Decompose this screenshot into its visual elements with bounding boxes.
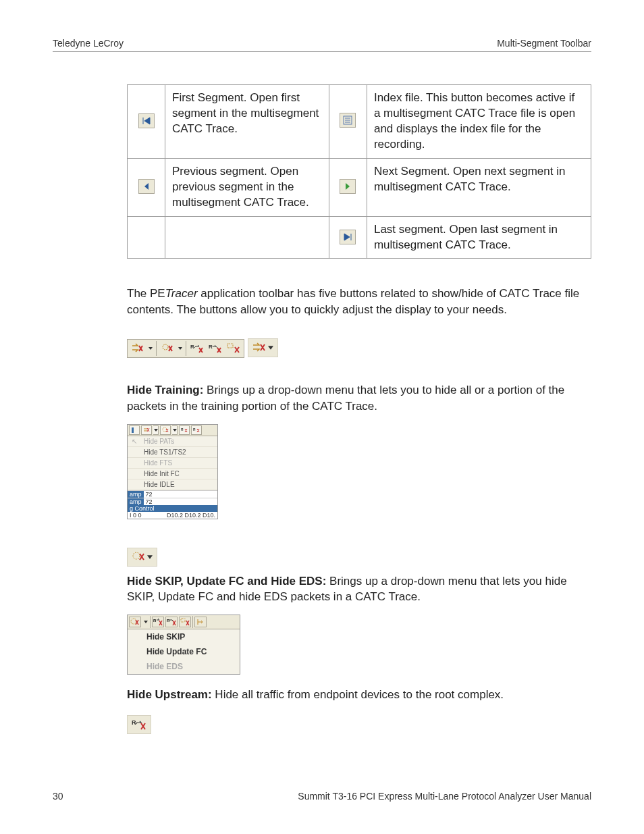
svg-rect-8 xyxy=(132,427,134,433)
intro-paragraph: The PETracer application toolbar has fiv… xyxy=(127,286,591,318)
menu-item[interactable]: Hide TS1/TS2 xyxy=(128,447,217,458)
svg-text:R: R xyxy=(181,427,184,432)
header-right: Multi-Segment Toolbar xyxy=(497,38,591,49)
hide-skip-menu-screenshot: R R Hide SKIP Hide Update FC Hide EDS xyxy=(127,615,240,675)
last-segment-desc: Last segment. Open last segment in multi… xyxy=(367,216,591,259)
last-segment-icon xyxy=(340,230,356,244)
segment-buttons-table: First Segment. Open first segment in the… xyxy=(127,84,591,259)
menu-item[interactable]: ↖Hide PATs xyxy=(128,436,217,447)
previous-segment-icon xyxy=(138,179,155,194)
hide-training-paragraph: Hide Training: Brings up a drop-down men… xyxy=(127,382,591,415)
page-header: Teledyne LeCroy Multi-Segment Toolbar xyxy=(53,38,591,52)
svg-text:R: R xyxy=(132,719,136,726)
svg-point-12 xyxy=(133,552,140,559)
svg-text:R: R xyxy=(193,427,196,432)
hide-training-menu-screenshot: R R ↖Hide PATs Hide TS1/TS2 Hide FTS Hid… xyxy=(127,424,218,519)
hide-skip-paragraph: Hide SKIP, Update FC and Hide EDS: Bring… xyxy=(127,573,591,606)
hide-upstream-icon[interactable]: R xyxy=(189,341,205,356)
svg-point-4 xyxy=(163,344,168,350)
page-footer: 30 Summit T3-16 PCI Express Multi-Lane P… xyxy=(53,791,591,802)
previous-segment-desc: Previous segment. Open previous segment … xyxy=(165,158,329,216)
svg-text:R: R xyxy=(209,344,213,350)
svg-text:R: R xyxy=(167,619,170,623)
first-segment-desc: First Segment. Open first segment in the… xyxy=(165,85,329,159)
page-number: 30 xyxy=(53,791,63,802)
menu-item[interactable]: Hide Init FC xyxy=(128,469,217,479)
svg-text:R: R xyxy=(153,619,157,623)
hide-upstream-button[interactable]: R xyxy=(127,715,151,734)
hide-cc-icon[interactable] xyxy=(225,341,242,356)
hide-training-icon[interactable] xyxy=(130,341,146,356)
menu-item[interactable]: Hide Update FC xyxy=(128,644,240,659)
hide-toolbar-strip: R R xyxy=(127,339,244,358)
next-segment-icon xyxy=(340,179,356,194)
next-segment-desc: Next Segment. Open next segment in multi… xyxy=(367,158,591,216)
hide-training-button[interactable] xyxy=(248,338,278,357)
svg-rect-16 xyxy=(181,619,185,622)
menu-item[interactable]: Hide SKIP xyxy=(128,629,240,644)
header-left: Teledyne LeCroy xyxy=(53,38,124,49)
index-file-desc: Index file. This button becomes active i… xyxy=(367,85,591,159)
svg-text:R: R xyxy=(190,344,194,350)
index-file-icon xyxy=(340,113,356,128)
hide-skip-button[interactable] xyxy=(127,548,157,567)
menu-item[interactable]: Hide EDS xyxy=(128,659,240,674)
menu-item[interactable]: Hide FTS xyxy=(128,458,217,469)
dropdown-arrow-icon[interactable] xyxy=(148,342,153,355)
menu-item[interactable]: Hide IDLE xyxy=(128,479,217,490)
footer-title: Summit T3-16 PCI Express Multi-Lane Prot… xyxy=(298,791,591,802)
hide-skip-icon[interactable] xyxy=(159,341,176,356)
dropdown-arrow-icon[interactable] xyxy=(178,342,183,355)
svg-point-13 xyxy=(131,619,136,624)
svg-rect-7 xyxy=(227,344,233,348)
hide-upstream-paragraph: Hide Upstream: Hide all traffic from end… xyxy=(127,687,591,703)
first-segment-icon xyxy=(138,113,155,128)
hide-downstream-icon[interactable]: R xyxy=(207,341,223,356)
